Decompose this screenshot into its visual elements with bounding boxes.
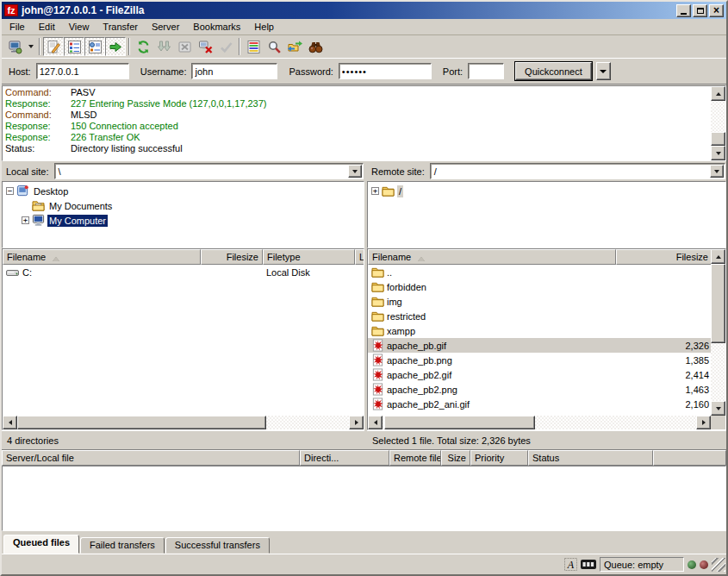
transfer-queue-body[interactable] [2,466,726,531]
column-header-priority[interactable]: Priority [470,450,528,466]
scrollbar-thumb[interactable] [17,416,266,429]
find-files-button[interactable] [305,37,326,56]
menu-file[interactable]: File [3,20,32,34]
scroll-down-button[interactable] [711,146,725,160]
collapse-icon[interactable]: − [6,187,14,195]
maximize-button[interactable] [693,4,707,17]
filezilla-logo-icon: fz [4,4,18,16]
local-horizontal-scrollbar[interactable] [3,416,364,429]
disconnect-button[interactable] [195,37,215,56]
scroll-left-button[interactable] [3,416,17,429]
scrollbar-track[interactable] [17,416,349,429]
site-manager-button[interactable] [4,37,25,56]
menu-bookmarks[interactable]: Bookmarks [186,20,247,34]
arrow-left-icon [6,420,12,425]
remote-vertical-scrollbar[interactable] [711,249,725,416]
column-header-l[interactable]: L [355,249,364,265]
toolbar-separator [239,38,240,55]
tab-successful-transfers[interactable]: Successful transfers [165,537,270,554]
log-scrollbar[interactable] [711,86,725,160]
remote-file-row[interactable]: .. [368,265,711,279]
scrollbar-thumb[interactable] [711,264,725,343]
scroll-left-button[interactable] [368,416,383,429]
site-manager-dropdown-button[interactable] [25,37,36,56]
menu-server[interactable]: Server [145,20,186,34]
close-button[interactable]: × [709,4,724,17]
column-header-directi-[interactable]: Directi... [300,450,389,466]
local-tree-item[interactable]: −Desktop [4,184,364,198]
local-tree-item[interactable]: My Documents [4,198,364,213]
local-tree-item[interactable]: +My Computer [4,213,364,228]
remote-file-row[interactable]: apache_pb2.gif2,414 [368,367,711,382]
port-input[interactable] [468,63,504,79]
remote-file-row[interactable]: apache_pb.png1,385 [368,353,711,367]
column-header-filetype[interactable]: Filetype [263,249,355,265]
scroll-down-button[interactable] [711,401,725,416]
toggle-local-tree-button[interactable] [64,37,84,56]
quickconnect-button[interactable]: Quickconnect [515,62,592,80]
scroll-right-button[interactable] [349,416,364,429]
log-line: Response:150 Connection accepted [5,121,708,132]
scroll-up-button[interactable] [711,86,725,101]
remote-file-row[interactable]: apache_pb.gif2,326 [368,338,711,353]
scrollbar-track[interactable] [711,264,725,401]
menu-view[interactable]: View [62,20,96,34]
compare-directories-button[interactable] [264,37,284,56]
remote-tree-item[interactable]: +/ [370,184,725,198]
resize-grip[interactable] [712,558,725,572]
menu-help[interactable]: Help [247,20,281,34]
sync-browsing-button[interactable] [284,37,305,56]
remote-site-value: / [434,166,710,177]
column-header-filesize[interactable]: Filesize [616,249,711,265]
expand-icon[interactable]: + [22,216,29,224]
column-header-filesize[interactable]: Filesize [201,249,263,265]
remote-site-dropdown-button[interactable] [710,165,724,178]
speed-limit-icon [581,560,596,569]
menu-edit[interactable]: Edit [32,20,62,34]
remote-file-row[interactable]: apache_pb2_ani.gif2,160 [368,397,711,411]
column-header-size[interactable]: Size [441,450,470,466]
remote-file-row[interactable]: xampp [368,323,711,338]
column-header-remote-file[interactable]: Remote file [389,450,441,466]
remote-file-row[interactable]: restricted [368,309,711,323]
scrollbar-track[interactable] [711,101,725,146]
toggle-remote-tree-button[interactable] [84,37,105,56]
image-file-icon [371,354,384,366]
local-site-combobox[interactable]: \ [54,163,364,179]
host-input[interactable] [36,63,129,79]
log-line-label: Response: [5,98,71,110]
local-site-dropdown-button[interactable] [348,165,362,178]
username-input[interactable] [191,63,277,79]
column-header-status[interactable]: Status [528,450,653,466]
password-input[interactable] [339,63,432,79]
remote-horizontal-scrollbar[interactable] [368,416,711,429]
scroll-right-button[interactable] [696,416,711,429]
tab-queued-files[interactable]: Queued files [3,535,79,554]
quickconnect-dropdown-button[interactable] [596,62,611,80]
filter-button[interactable] [243,37,264,56]
remote-file-row[interactable]: forbidden [368,279,711,294]
remote-file-row[interactable]: img [368,294,711,309]
remote-site-combobox[interactable]: / [430,163,725,179]
scrollbar-track[interactable] [383,416,696,429]
column-header-server-local-file[interactable]: Server/Local file [2,450,300,466]
expand-icon[interactable]: + [371,187,379,195]
remote-file-row[interactable]: apache_pb2.png1,463 [368,382,711,397]
column-header-filename[interactable]: Filename [3,249,201,265]
image-file-icon [371,383,384,396]
scrollbar-thumb[interactable] [384,416,535,429]
remote-cell-text: apache_pb2_ani.gif [387,399,470,410]
column-header-filename[interactable]: Filename [368,249,616,265]
menu-transfer[interactable]: Transfer [96,20,145,34]
local-directory-tree: −DesktopMy Documents+My Computer [2,181,364,248]
scroll-up-button[interactable] [711,249,725,264]
toggle-message-log-button[interactable] [43,37,64,56]
tab-failed-transfers[interactable]: Failed transfers [80,537,165,554]
refresh-button[interactable] [133,37,153,56]
local-file-list: C:Local Disk [3,265,364,416]
local-file-row[interactable]: C:Local Disk [3,265,364,279]
scrollbar-thumb[interactable] [711,132,725,146]
toggle-transfer-queue-button[interactable] [105,37,126,56]
minimize-button[interactable] [676,4,691,17]
title-bar[interactable]: fz john@127.0.0.1 - FileZilla × [2,2,726,19]
